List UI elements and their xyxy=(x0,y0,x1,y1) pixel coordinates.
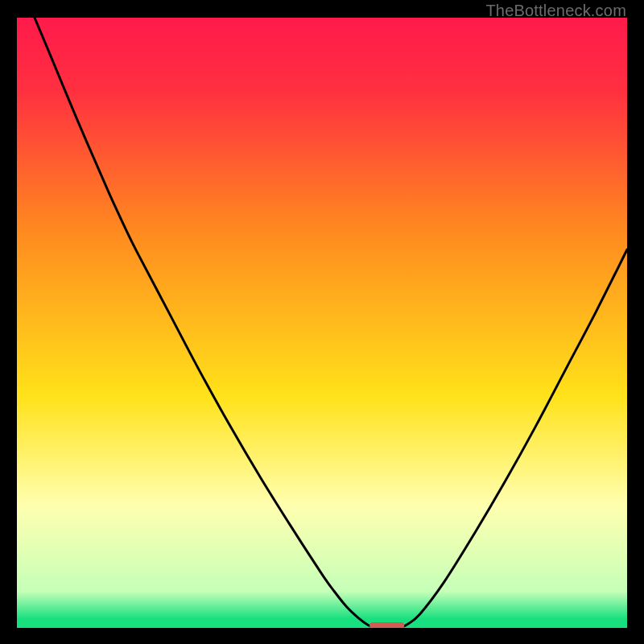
bottleneck-chart xyxy=(17,18,627,628)
chart-frame: TheBottleneck.com xyxy=(0,0,644,644)
gradient-background xyxy=(17,18,627,628)
watermark-text: TheBottleneck.com xyxy=(485,2,626,20)
bottleneck-marker xyxy=(369,622,404,628)
